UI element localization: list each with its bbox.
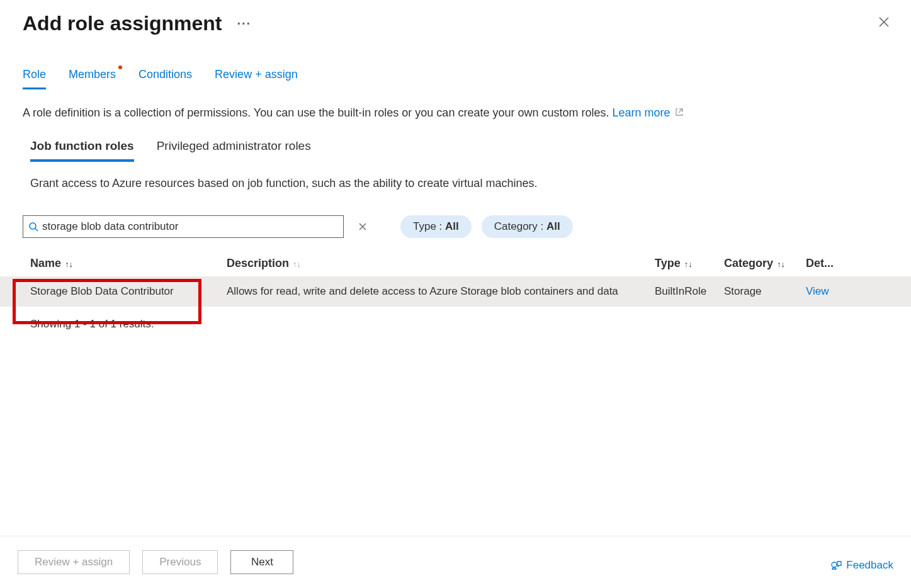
results-count: Showing 1 - 1 of 1 results. [0,307,911,331]
cell-category: Storage [724,285,806,298]
tab-role[interactable]: Role [23,68,46,89]
tab-conditions[interactable]: Conditions [139,68,192,89]
wizard-tabs: Role Members Conditions Review + assign [0,35,911,89]
close-icon [878,16,890,28]
category-filter-value: All [546,220,560,232]
search-box[interactable] [23,215,344,238]
sort-icon: ↑↓ [777,259,785,269]
learn-more-label: Learn more [613,106,671,119]
search-icon [28,222,38,232]
learn-more-link[interactable]: Learn more [613,106,684,119]
tab-members-label: Members [69,68,116,81]
tab-members-indicator [118,65,122,69]
sort-icon: ↑↓ [65,259,73,269]
search-input[interactable] [42,220,338,233]
feedback-label: Feedback [846,559,893,572]
header: Add role assignment ··· [0,0,911,35]
page-title-wrap: Add role assignment ··· [23,12,251,35]
next-button[interactable]: Next [230,550,293,574]
column-category-label: Category [724,257,773,269]
tab-role-label: Role [23,68,46,81]
cell-name: Storage Blob Data Contributor [30,285,227,298]
column-category[interactable]: Category↑↓ [724,257,806,270]
sort-icon: ↑↓ [684,259,693,269]
cell-type: BuiltInRole [655,285,724,298]
subtab-job-function-label: Job function roles [30,139,134,152]
external-link-icon [675,108,684,116]
subtab-privileged-label: Privileged administrator roles [157,139,311,152]
clear-icon [359,223,366,230]
svg-point-0 [30,223,36,229]
table-header: Name↑↓ Description↑↓ Type↑↓ Category↑↓ D… [0,251,911,276]
page-title: Add role assignment [23,12,222,35]
review-assign-button[interactable]: Review + assign [18,550,130,574]
table-row[interactable]: Storage Blob Data Contributor Allows for… [0,276,911,307]
category-filter-pill[interactable]: Category : All [482,215,573,238]
subtab-job-function[interactable]: Job function roles [30,139,134,162]
role-description-text: A role definition is a collection of per… [23,106,613,119]
clear-search-button[interactable] [354,219,371,235]
column-name-label: Name [30,257,61,269]
close-button[interactable] [874,11,893,35]
column-description-label: Description [227,257,289,269]
role-description: A role definition is a collection of per… [0,89,911,122]
roles-table: Name↑↓ Description↑↓ Type↑↓ Category↑↓ D… [0,251,911,307]
subtab-description: Grant access to Azure resources based on… [0,162,911,190]
footer: Review + assign Previous Next Feedback [0,536,911,588]
column-details: Det... [806,257,844,270]
previous-button[interactable]: Previous [142,550,218,574]
subtab-privileged[interactable]: Privileged administrator roles [157,139,311,162]
feedback-link[interactable]: Feedback [830,559,893,572]
type-filter-pill[interactable]: Type : All [400,215,472,238]
column-type[interactable]: Type↑↓ [655,257,724,270]
cell-description: Allows for read, write and delete access… [227,285,655,298]
tab-review-assign[interactable]: Review + assign [215,68,298,89]
filter-row: Type : All Category : All [0,190,911,238]
sort-icon: ↑↓ [293,259,301,269]
role-subtabs: Job function roles Privileged administra… [0,122,911,162]
type-filter-label: Type : [413,220,445,232]
column-description[interactable]: Description↑↓ [227,257,655,270]
category-filter-label: Category : [494,220,546,232]
tab-members[interactable]: Members [69,68,116,89]
svg-point-1 [832,562,837,567]
column-details-label: Det... [806,257,834,269]
tab-review-assign-label: Review + assign [215,68,298,81]
more-actions-button[interactable]: ··· [237,16,252,31]
tab-conditions-label: Conditions [139,68,192,81]
feedback-icon [830,559,842,572]
type-filter-value: All [445,220,459,232]
view-details-link[interactable]: View [806,285,844,298]
column-name[interactable]: Name↑↓ [30,257,227,270]
column-type-label: Type [655,257,681,269]
